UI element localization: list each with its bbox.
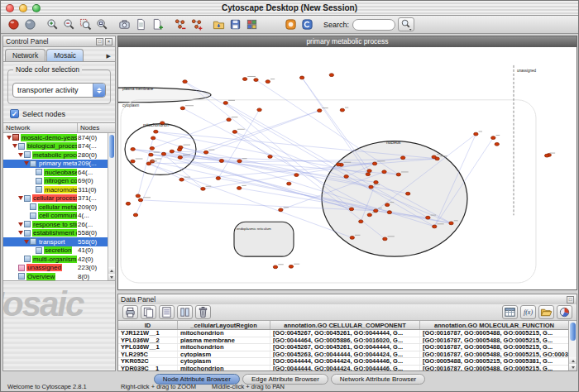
network-node[interactable]	[138, 198, 142, 202]
select-attributes-button[interactable]	[159, 305, 175, 319]
network-node[interactable]	[254, 79, 258, 82]
import-attributes-button[interactable]	[538, 305, 554, 319]
network-node[interactable]	[544, 154, 548, 157]
network-node[interactable]	[340, 108, 344, 112]
expand-arrow-icon[interactable]	[17, 153, 24, 157]
network-node[interactable]	[273, 265, 277, 269]
zoom-window-button[interactable]	[32, 4, 41, 12]
network-node[interactable]	[133, 213, 137, 217]
network-node[interactable]	[449, 222, 453, 225]
tab-network[interactable]: Network	[5, 49, 45, 61]
vizmapper-button[interactable]	[244, 17, 260, 32]
network-edge[interactable]	[302, 78, 368, 174]
tree-row[interactable]: mosaic-demo-yeast874(0)	[3, 133, 108, 142]
network-edge[interactable]	[206, 111, 319, 153]
network-node[interactable]	[432, 155, 436, 159]
table-cell[interactable]: YKR052C	[118, 358, 178, 365]
network-node[interactable]	[149, 153, 153, 156]
network-node[interactable]	[349, 208, 353, 211]
network-node[interactable]	[146, 162, 151, 165]
network-node[interactable]	[178, 155, 182, 159]
table-cell[interactable]: [GO:0016787, GO:0005488, GO:0005215, G..…	[420, 344, 568, 351]
table-cell[interactable]: YPL036W__2	[118, 337, 178, 344]
network-node[interactable]	[299, 76, 304, 79]
network-node[interactable]	[131, 160, 135, 163]
network-node[interactable]	[179, 178, 184, 181]
document-button[interactable]	[133, 17, 149, 32]
tree-row[interactable]: biological_process874(...	[3, 142, 108, 151]
new-network-from-selection-button[interactable]	[189, 17, 204, 32]
expand-arrow-icon[interactable]	[17, 222, 24, 227]
network-node[interactable]	[336, 163, 340, 166]
zoom-out-button[interactable]	[61, 17, 77, 32]
table-row[interactable]: YJR121W__1mitochondrion[GO:0045267, GO:0…	[118, 330, 568, 337]
table-cell[interactable]: YDR039C__1	[118, 366, 178, 371]
table-cell[interactable]: plasma membrane	[178, 337, 270, 344]
network-node[interactable]	[131, 147, 135, 151]
network-node[interactable]	[219, 160, 223, 163]
delete-attribute-button[interactable]	[195, 305, 211, 319]
tree-row[interactable]: unassigned223(0)	[3, 264, 108, 273]
table-row[interactable]: YLR295Ccytoplasm[GO:0045263, GO:0044444,…	[118, 351, 568, 359]
tree-row[interactable]: nucleobase...64(...	[3, 168, 108, 177]
network-node[interactable]	[227, 118, 231, 122]
table-cell[interactable]: YPL036W__1	[118, 344, 178, 351]
network-node[interactable]	[474, 132, 478, 136]
network-node[interactable]	[383, 237, 387, 241]
network-edge[interactable]	[218, 110, 260, 179]
network-node[interactable]	[287, 182, 291, 185]
table-cell[interactable]: [GO:0044464, GO:0005886, GO:0016020, G..…	[270, 337, 420, 344]
column-header[interactable]: ID	[118, 321, 178, 329]
hide-selected-button[interactable]	[172, 17, 188, 32]
copy-button[interactable]	[141, 305, 156, 319]
tree-row[interactable]: secretion41(0)	[3, 246, 108, 256]
network-node[interactable]	[161, 152, 165, 155]
column-header[interactable]: _cellularLayoutRegion	[178, 321, 270, 329]
network-node[interactable]	[154, 130, 158, 133]
tree-row[interactable]: multi-organism pro42(0)	[3, 255, 108, 264]
gray-ball-button[interactable]	[22, 17, 38, 32]
network-view-title[interactable]: primary metabolic process	[118, 36, 577, 47]
node-color-attribute-dropdown[interactable]: transporter activity	[12, 83, 106, 98]
expand-arrow-icon[interactable]	[17, 231, 24, 235]
table-cell[interactable]: [GO:0045267, GO:0045261, GO:0044444, G..…	[270, 330, 420, 337]
column-header[interactable]: annotation.GO MOLECULAR_FUNCTION	[420, 321, 568, 329]
scroll-up-icon[interactable]	[108, 267, 115, 274]
table-cell[interactable]: YJR121W__1	[118, 330, 178, 337]
expand-arrow-icon[interactable]	[12, 144, 18, 148]
tree-scrollbar-thumb[interactable]	[109, 135, 114, 158]
table-row[interactable]: YDR039C__1mitochondrion[GO:0044444, GO:0…	[118, 366, 568, 371]
network-node[interactable]	[374, 180, 378, 184]
network-node[interactable]	[372, 162, 376, 165]
red-ball-button[interactable]	[6, 17, 22, 32]
table-cell[interactable]: mitochondrion	[178, 366, 270, 371]
network-node[interactable]	[367, 213, 371, 217]
network-node[interactable]	[406, 192, 410, 195]
network-node[interactable]	[268, 155, 272, 159]
column-header[interactable]: annotation.GO CELLULAR_COMPONENT	[270, 321, 420, 329]
close-window-button[interactable]	[6, 4, 14, 12]
network-node[interactable]	[150, 146, 154, 150]
plugin-blue-button[interactable]	[299, 17, 315, 32]
network-node[interactable]	[359, 220, 363, 223]
network-node[interactable]	[126, 202, 130, 205]
network-node[interactable]	[396, 173, 400, 176]
function-builder-button[interactable]: f(x)	[520, 305, 536, 319]
table-row[interactable]: YPL036W__2plasma membrane[GO:0044464, GO…	[118, 337, 568, 345]
table-cell[interactable]: mitochondrion	[178, 330, 270, 337]
table-row[interactable]: YKR052Ccytoplasm[GO:0044444, GO:0044424,…	[118, 358, 568, 366]
tree-row[interactable]: transport558(0)	[3, 237, 108, 246]
network-node[interactable]	[242, 78, 246, 81]
network-canvas[interactable]: plasma membranecytoplasmmitochondrionnuc…	[118, 47, 577, 289]
tree-header-nodes[interactable]: Nodes	[78, 123, 115, 132]
network-node[interactable]	[426, 216, 430, 219]
tree-scrollbar[interactable]	[108, 133, 115, 280]
network-node[interactable]	[385, 203, 389, 207]
select-nodes-checkbox[interactable]: ✓	[10, 109, 19, 118]
table-cell[interactable]: [GO:0016787, GO:0005488, GO:0005215, GO:…	[420, 351, 568, 358]
network-node[interactable]	[367, 170, 371, 173]
tree-row[interactable]: cell communicat4(...	[3, 212, 108, 221]
table-scroll-up-icon[interactable]	[569, 357, 577, 364]
network-node[interactable]	[318, 109, 322, 112]
tree-row[interactable]: cellular process371(...	[3, 194, 108, 203]
